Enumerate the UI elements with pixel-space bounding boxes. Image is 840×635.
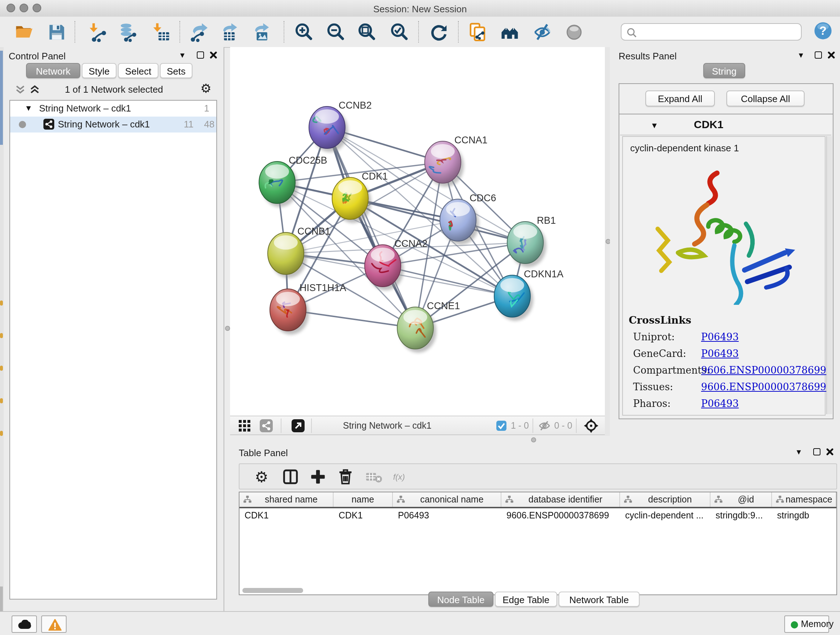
- results-scrollbar[interactable]: [826, 136, 832, 414]
- table-cell[interactable]: cyclin-dependent ...: [620, 508, 711, 523]
- search-box: [621, 23, 802, 41]
- results-panel-float-icon[interactable]: [815, 51, 822, 59]
- crosslink-link[interactable]: P06493: [701, 348, 739, 359]
- delete-columns-trash-icon[interactable]: [336, 468, 355, 486]
- table-cell[interactable]: P06493: [393, 508, 501, 523]
- show-all-eye-icon[interactable]: [564, 22, 584, 42]
- network-row-selected[interactable]: String Network – cdk1 11 48: [10, 117, 216, 133]
- table-cell[interactable]: 9606.ENSP00000378699: [501, 508, 620, 523]
- function-builder-icon[interactable]: f(x): [390, 468, 417, 486]
- column-header-description[interactable]: description: [620, 492, 711, 507]
- table-cell[interactable]: CDK1: [333, 508, 393, 523]
- tab-node-table[interactable]: Node Table: [428, 592, 493, 607]
- control-panel-float-icon[interactable]: [197, 51, 204, 59]
- birds-eye-view-icon[interactable]: [292, 419, 305, 432]
- crosslink-label: Uniprot:: [633, 331, 675, 342]
- network-node-CCNB2[interactable]: CCNB2: [309, 100, 372, 152]
- crosslink-link[interactable]: 9606.ENSP00000378699: [701, 381, 826, 393]
- node-label-CCNE1: CCNE1: [427, 301, 460, 311]
- column-header-namespace[interactable]: namespace: [772, 492, 836, 507]
- column-header-name[interactable]: name: [333, 492, 393, 507]
- network-node-CDC25B[interactable]: CDC25B: [259, 155, 327, 207]
- control-panel-close-icon[interactable]: [210, 51, 217, 59]
- column-header-canonical-name[interactable]: canonical name: [393, 492, 501, 507]
- node-label-CCNA2: CCNA2: [394, 238, 428, 249]
- crosslink-link[interactable]: P06493: [701, 397, 739, 409]
- tab-string-results[interactable]: String: [703, 63, 745, 78]
- zoom-in-icon[interactable]: [294, 22, 313, 42]
- network-node-CDKN1A[interactable]: CDKN1A: [494, 269, 564, 321]
- export-image-icon[interactable]: [252, 22, 271, 42]
- hide-selected-eye-icon[interactable]: [532, 22, 552, 42]
- tab-network[interactable]: Network: [26, 63, 80, 78]
- column-header--id[interactable]: @id: [711, 492, 772, 507]
- string-home-icon[interactable]: [500, 22, 519, 42]
- fit-selection-crosshair-icon[interactable]: [584, 418, 598, 433]
- open-session-icon[interactable]: [14, 22, 34, 42]
- tab-sets[interactable]: Sets: [160, 63, 193, 78]
- vertical-splitter-handle[interactable]: [225, 326, 230, 331]
- network-options-gear-icon[interactable]: ⚙: [201, 81, 212, 96]
- network-node-HIST1H1A[interactable]: HIST1H1A: [270, 282, 346, 334]
- network-graph[interactable]: CCNB2CCNA1CDC25BCDK1CDC6RB1CCNB1CCNA2CDK…: [230, 47, 605, 416]
- table-settings-gear-icon[interactable]: ⚙: [253, 468, 271, 486]
- network-view-icon[interactable]: [260, 419, 273, 432]
- table-cell[interactable]: stringdb: [772, 508, 836, 523]
- tab-select[interactable]: Select: [118, 63, 158, 78]
- network-node-CCNA1[interactable]: CCNA1: [425, 135, 488, 187]
- tab-network-table[interactable]: Network Table: [559, 592, 639, 607]
- tab-style[interactable]: Style: [82, 63, 117, 78]
- selected-checkbox-icon[interactable]: [496, 421, 507, 431]
- network-status-dot: [19, 121, 26, 128]
- delete-table-icon[interactable]: [365, 468, 383, 486]
- network-node-RB1[interactable]: RB1: [507, 215, 556, 267]
- help-icon[interactable]: ?: [813, 21, 833, 41]
- gene-expander-icon[interactable]: ▼: [651, 121, 658, 130]
- import-table-from-file-icon[interactable]: [151, 22, 171, 42]
- crosslink-link[interactable]: P06493: [701, 331, 739, 342]
- export-table-icon[interactable]: [220, 22, 240, 42]
- expand-all-button[interactable]: Expand All: [645, 90, 715, 106]
- results-panel-close-icon[interactable]: [828, 51, 835, 59]
- strip-marker: [0, 301, 3, 306]
- memory-button[interactable]: Memory: [784, 616, 829, 633]
- collection-expander-icon[interactable]: ▼: [25, 103, 33, 112]
- zoom-selected-icon[interactable]: [389, 22, 409, 42]
- control-panel-collapse-icon[interactable]: ▾: [180, 50, 185, 60]
- grid-view-icon[interactable]: [239, 420, 251, 432]
- zoom-out-icon[interactable]: [325, 22, 345, 42]
- cloud-status-button[interactable]: [11, 616, 37, 633]
- export-network-icon[interactable]: [189, 22, 208, 42]
- collapse-all-button[interactable]: Collapse All: [726, 90, 805, 106]
- network-collection-row[interactable]: ▼ String Network – cdk1 1: [10, 101, 216, 117]
- canvas-results-splitter[interactable]: [605, 47, 610, 436]
- warnings-button[interactable]: [41, 616, 66, 633]
- search-input[interactable]: [640, 25, 799, 41]
- crosslink-link[interactable]: 9606.ENSP00000378699: [701, 364, 826, 376]
- table-panel-float-icon[interactable]: [813, 448, 821, 455]
- results-panel-collapse-icon[interactable]: ▾: [799, 50, 803, 60]
- network-node-CDC6[interactable]: CDC6: [440, 193, 496, 245]
- table-panel-collapse-icon[interactable]: ▾: [797, 447, 801, 457]
- table-panel-close-icon[interactable]: [826, 448, 834, 455]
- show-columns-icon[interactable]: [281, 468, 300, 486]
- network-canvas[interactable]: CCNB2CCNA1CDC25BCDK1CDC6RB1CCNB1CCNA2CDK…: [230, 47, 605, 416]
- zoom-fit-content-icon[interactable]: [357, 22, 376, 42]
- table-cell[interactable]: stringdb:9...: [711, 508, 772, 523]
- node-highlight: [500, 278, 524, 292]
- import-string-network-icon[interactable]: [468, 22, 488, 42]
- column-header-database-identifier[interactable]: database identifier: [501, 492, 620, 507]
- import-network-from-file-icon[interactable]: [88, 22, 107, 42]
- save-session-icon[interactable]: [47, 22, 66, 42]
- tab-edge-table[interactable]: Edge Table: [495, 592, 557, 607]
- table-row[interactable]: CDK1CDK1P064939606.ENSP00000378699cyclin…: [240, 508, 836, 523]
- node-label-CCNB2: CCNB2: [339, 100, 372, 111]
- gene-section-header[interactable]: ▼ CDK1: [620, 115, 831, 135]
- create-column-plus-icon[interactable]: [309, 468, 327, 486]
- table-cell[interactable]: CDK1: [240, 508, 333, 523]
- crosslink-row: Compartments:9606.ENSP00000378699: [633, 364, 814, 381]
- table-horizontal-scrollbar[interactable]: [242, 588, 303, 593]
- column-header-shared-name[interactable]: shared name: [240, 492, 333, 507]
- import-network-from-database-icon[interactable]: [118, 22, 137, 42]
- apply-preferred-layout-icon[interactable]: [429, 22, 448, 42]
